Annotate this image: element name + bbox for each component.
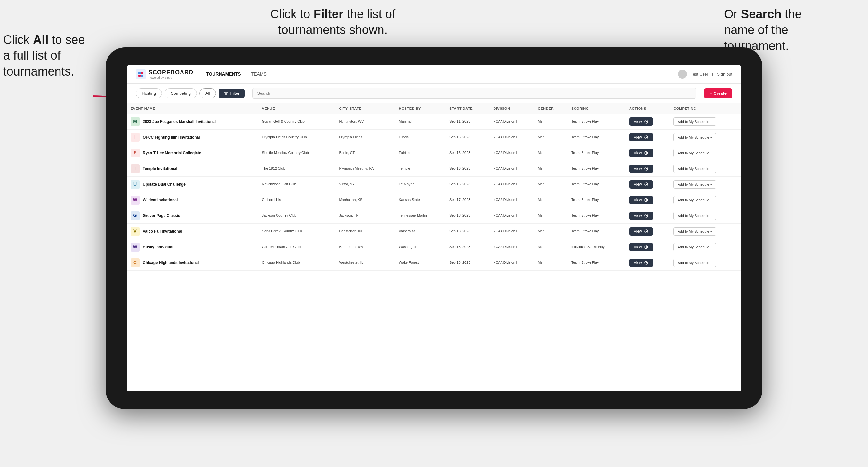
cell-division-2: NCAA Division I [489,145,534,161]
logo-text: SCOREBOARD [149,69,193,76]
add-schedule-button-2[interactable]: Add to My Schedule + [673,149,716,157]
tablet-screen: SCOREBOARD Powered by clippd TOURNAMENTS… [127,65,741,392]
cell-city-7: Chesterton, IN [335,224,395,240]
filter-button[interactable]: Filter [219,89,245,98]
svg-rect-5 [138,74,141,77]
add-schedule-button-1[interactable]: Add to My Schedule + [673,133,716,142]
cell-competing-3: Add to My Schedule + [670,161,741,177]
cell-competing-9: Add to My Schedule + [670,255,741,271]
cell-gender-4: Men [534,177,567,192]
cell-scoring-9: Team, Stroke Play [567,255,625,271]
cell-date-2: Sep 16, 2023 [445,145,489,161]
cell-event-name-8: W Husky Individual [127,240,258,255]
cell-venue-8: Gold Mountain Golf Club [258,240,335,255]
cell-hosted-6: Tennessee-Martin [395,208,445,224]
cell-date-4: Sep 16, 2023 [445,177,489,192]
view-button-7[interactable]: View [629,227,653,236]
add-schedule-button-3[interactable]: Add to My Schedule + [673,164,716,173]
col-event-name: EVENT NAME [127,103,258,114]
add-schedule-button-5[interactable]: Add to My Schedule + [673,196,716,204]
cell-competing-1: Add to My Schedule + [670,130,741,145]
table-row: W Husky Individual Gold Mountain Golf Cl… [127,240,741,255]
cell-event-name-7: V Valpo Fall Invitational [127,224,258,240]
table-row: G Grover Page Classic Jackson Country Cl… [127,208,741,224]
cell-venue-6: Jackson Country Club [258,208,335,224]
view-button-4[interactable]: View [629,180,653,189]
cell-venue-7: Sand Creek Country Club [258,224,335,240]
nav-teams[interactable]: TEAMS [251,70,267,79]
cell-venue-0: Guyan Golf & Country Club [258,114,335,130]
cell-scoring-5: Team, Stroke Play [567,192,625,208]
cell-scoring-1: Team, Stroke Play [567,130,625,145]
cell-gender-1: Men [534,130,567,145]
add-schedule-button-9[interactable]: Add to My Schedule + [673,259,716,267]
cell-hosted-9: Wake Forest [395,255,445,271]
cell-actions-9: View [625,255,670,271]
view-button-3[interactable]: View [629,164,653,173]
table-row: I OFCC Fighting Illini Invitational Olym… [127,130,741,145]
cell-scoring-8: Individual, Stroke Play [567,240,625,255]
cell-division-4: NCAA Division I [489,177,534,192]
cell-hosted-2: Fairfield [395,145,445,161]
table-row: M 2023 Joe Feaganes Marshall Invitationa… [127,114,741,130]
svg-rect-3 [138,72,141,74]
create-button[interactable]: + Create [704,88,732,98]
filter-bar: Hosting Competing All Filter + Create [127,84,741,103]
cell-actions-8: View [625,240,670,255]
add-schedule-button-0[interactable]: Add to My Schedule + [673,118,716,126]
scoreboard-logo-icon [136,69,146,80]
cell-gender-9: Men [534,255,567,271]
tab-all[interactable]: All [199,88,216,98]
cell-venue-9: Chicago Highlands Club [258,255,335,271]
view-button-6[interactable]: View [629,212,653,220]
cell-scoring-7: Team, Stroke Play [567,224,625,240]
cell-date-5: Sep 17, 2023 [445,192,489,208]
cell-venue-2: Shuttle Meadow Country Club [258,145,335,161]
view-button-1[interactable]: View [629,133,653,142]
col-gender: GENDER [534,103,567,114]
svg-rect-4 [141,72,144,74]
cell-event-name-0: M 2023 Joe Feaganes Marshall Invitationa… [127,114,258,130]
cell-actions-6: View [625,208,670,224]
event-name-text-8: Husky Individual [143,245,173,250]
svg-point-29 [646,262,647,263]
add-schedule-button-8[interactable]: Add to My Schedule + [673,243,716,251]
cell-actions-4: View [625,177,670,192]
cell-actions-7: View [625,224,670,240]
cell-actions-2: View [625,145,670,161]
col-actions: ACTIONS [625,103,670,114]
add-schedule-button-7[interactable]: Add to My Schedule + [673,227,716,236]
view-button-9[interactable]: View [629,259,653,267]
view-button-0[interactable]: View [629,118,653,126]
svg-point-23 [646,215,647,216]
event-name-text-4: Upstate Dual Challenge [143,182,186,187]
cell-actions-5: View [625,192,670,208]
view-button-8[interactable]: View [629,243,653,251]
cell-competing-5: Add to My Schedule + [670,192,741,208]
cell-competing-2: Add to My Schedule + [670,145,741,161]
cell-city-6: Jackson, TN [335,208,395,224]
nav-tournaments[interactable]: TOURNAMENTS [206,70,241,79]
view-button-5[interactable]: View [629,196,653,204]
event-name-text-5: Wildcat Invitational [143,197,178,203]
table-row: C Chicago Highlands Invitational Chicago… [127,255,741,271]
svg-point-17 [646,168,647,169]
event-name-text-2: Ryan T. Lee Memorial Collegiate [143,150,201,156]
annotation-filter: Click to Filter the list oftournaments s… [224,6,442,38]
cell-gender-8: Men [534,240,567,255]
col-hosted-by: HOSTED BY [395,103,445,114]
cell-hosted-0: Marshall [395,114,445,130]
sign-out-link[interactable]: Sign out [717,72,732,76]
cell-date-8: Sep 18, 2023 [445,240,489,255]
search-input[interactable] [252,88,696,99]
tournaments-table-container: EVENT NAME VENUE CITY, STATE HOSTED BY S… [127,103,741,392]
event-name-text-1: OFCC Fighting Illini Invitational [143,135,200,140]
view-button-2[interactable]: View [629,149,653,157]
add-schedule-button-6[interactable]: Add to My Schedule + [673,212,716,220]
tab-hosting[interactable]: Hosting [136,88,162,98]
cell-competing-0: Add to My Schedule + [670,114,741,130]
event-name-text-6: Grover Page Classic [143,213,180,219]
tab-competing[interactable]: Competing [164,88,197,98]
cell-event-name-1: I OFCC Fighting Illini Invitational [127,130,258,145]
add-schedule-button-4[interactable]: Add to My Schedule + [673,180,716,189]
